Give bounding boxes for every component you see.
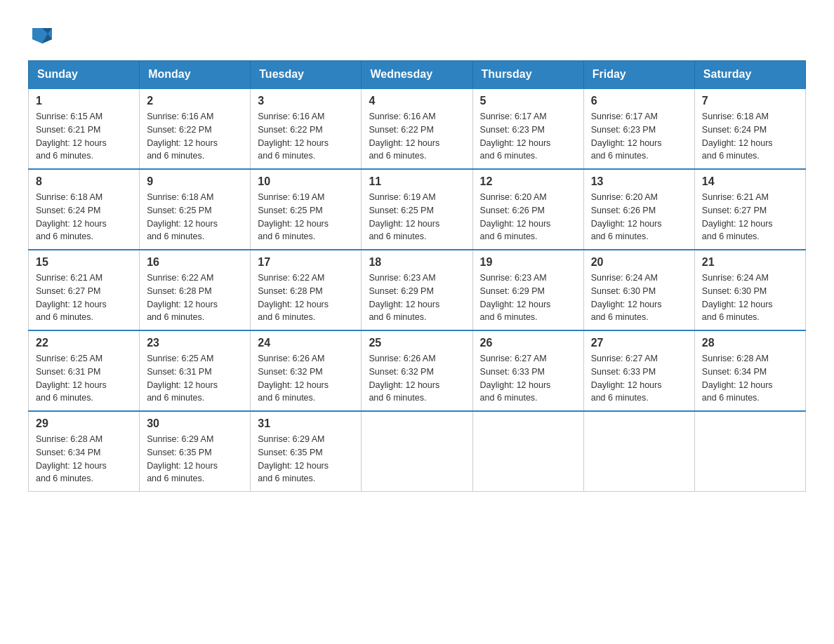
sunset-label: Sunset: 6:22 PM <box>369 125 433 135</box>
daylight-minutes: and 6 minutes. <box>591 393 649 403</box>
daylight-label: Daylight: 12 hours <box>258 380 329 390</box>
day-number: 4 <box>369 95 465 107</box>
daylight-minutes: and 6 minutes. <box>369 312 426 322</box>
day-info: Sunrise: 6:20 AM Sunset: 6:26 PM Dayligh… <box>480 191 576 243</box>
day-info: Sunrise: 6:16 AM Sunset: 6:22 PM Dayligh… <box>258 110 354 163</box>
day-number: 29 <box>36 417 132 430</box>
calendar-cell: 24 Sunrise: 6:26 AM Sunset: 6:32 PM Dayl… <box>251 330 362 411</box>
day-info: Sunrise: 6:23 AM Sunset: 6:29 PM Dayligh… <box>480 271 576 324</box>
sunset-label: Sunset: 6:30 PM <box>702 286 767 296</box>
calendar-cell: 27 Sunrise: 6:27 AM Sunset: 6:33 PM Dayl… <box>583 330 694 411</box>
sunrise-label: Sunrise: 6:20 AM <box>480 192 547 202</box>
calendar-cell: 10 Sunrise: 6:19 AM Sunset: 6:25 PM Dayl… <box>251 169 362 250</box>
sunset-label: Sunset: 6:33 PM <box>591 367 656 377</box>
day-number: 16 <box>147 256 243 269</box>
daylight-minutes: and 6 minutes. <box>480 312 538 322</box>
sunrise-label: Sunrise: 6:20 AM <box>591 192 658 202</box>
daylight-label: Daylight: 12 hours <box>480 138 551 148</box>
sunrise-label: Sunrise: 6:27 AM <box>480 354 547 363</box>
day-number: 25 <box>369 337 465 349</box>
day-number: 10 <box>258 175 354 188</box>
header-day-monday: Monday <box>140 61 251 89</box>
daylight-label: Daylight: 12 hours <box>258 219 329 229</box>
sunrise-label: Sunrise: 6:18 AM <box>36 192 102 202</box>
week-row-1: 1 Sunrise: 6:15 AM Sunset: 6:21 PM Dayli… <box>29 88 806 169</box>
sunrise-label: Sunrise: 6:28 AM <box>36 434 102 444</box>
day-number: 19 <box>480 256 576 269</box>
sunset-label: Sunset: 6:25 PM <box>147 206 211 215</box>
calendar-cell <box>694 411 805 492</box>
calendar-cell <box>362 411 472 492</box>
sunrise-label: Sunrise: 6:16 AM <box>147 112 213 121</box>
day-number: 27 <box>591 337 687 349</box>
daylight-minutes: and 6 minutes. <box>258 393 315 403</box>
day-number: 13 <box>591 175 687 188</box>
day-info: Sunrise: 6:15 AM Sunset: 6:21 PM Dayligh… <box>36 110 132 163</box>
sunrise-label: Sunrise: 6:23 AM <box>480 273 547 283</box>
sunrise-label: Sunrise: 6:28 AM <box>702 354 769 363</box>
daylight-minutes: and 6 minutes. <box>591 151 649 161</box>
calendar-cell: 1 Sunrise: 6:15 AM Sunset: 6:21 PM Dayli… <box>29 88 140 169</box>
sunrise-label: Sunrise: 6:18 AM <box>702 112 769 121</box>
sunrise-label: Sunrise: 6:22 AM <box>258 273 324 283</box>
sunrise-label: Sunrise: 6:21 AM <box>36 273 102 283</box>
sunrise-label: Sunrise: 6:16 AM <box>369 112 435 121</box>
day-number: 15 <box>36 256 132 269</box>
sunrise-label: Sunrise: 6:18 AM <box>147 192 213 202</box>
sunrise-label: Sunrise: 6:24 AM <box>591 273 658 283</box>
calendar-cell: 26 Sunrise: 6:27 AM Sunset: 6:33 PM Dayl… <box>472 330 583 411</box>
day-number: 14 <box>702 175 798 188</box>
day-info: Sunrise: 6:25 AM Sunset: 6:31 PM Dayligh… <box>147 352 243 405</box>
day-number: 9 <box>147 175 243 188</box>
daylight-label: Daylight: 12 hours <box>591 300 662 309</box>
daylight-minutes: and 6 minutes. <box>36 393 93 403</box>
daylight-label: Daylight: 12 hours <box>36 461 107 471</box>
header-day-tuesday: Tuesday <box>251 61 362 89</box>
day-info: Sunrise: 6:26 AM Sunset: 6:32 PM Dayligh… <box>369 352 465 405</box>
calendar-cell: 3 Sunrise: 6:16 AM Sunset: 6:22 PM Dayli… <box>251 88 362 169</box>
day-number: 28 <box>702 337 798 349</box>
day-number: 3 <box>258 95 354 107</box>
day-info: Sunrise: 6:24 AM Sunset: 6:30 PM Dayligh… <box>702 271 798 324</box>
calendar-cell: 29 Sunrise: 6:28 AM Sunset: 6:34 PM Dayl… <box>29 411 140 492</box>
daylight-minutes: and 6 minutes. <box>258 474 315 483</box>
calendar-cell: 22 Sunrise: 6:25 AM Sunset: 6:31 PM Dayl… <box>29 330 140 411</box>
week-row-3: 15 Sunrise: 6:21 AM Sunset: 6:27 PM Dayl… <box>29 250 806 330</box>
day-info: Sunrise: 6:19 AM Sunset: 6:25 PM Dayligh… <box>369 191 465 243</box>
daylight-minutes: and 6 minutes. <box>147 312 204 322</box>
sunset-label: Sunset: 6:22 PM <box>147 125 211 135</box>
day-number: 24 <box>258 337 354 349</box>
day-number: 12 <box>480 175 576 188</box>
calendar-cell: 15 Sunrise: 6:21 AM Sunset: 6:27 PM Dayl… <box>29 250 140 330</box>
day-info: Sunrise: 6:27 AM Sunset: 6:33 PM Dayligh… <box>591 352 687 405</box>
sunset-label: Sunset: 6:26 PM <box>591 206 656 215</box>
sunrise-label: Sunrise: 6:26 AM <box>258 354 324 363</box>
sunset-label: Sunset: 6:24 PM <box>702 125 767 135</box>
calendar-cell: 18 Sunrise: 6:23 AM Sunset: 6:29 PM Dayl… <box>362 250 472 330</box>
sunset-label: Sunset: 6:24 PM <box>36 206 100 215</box>
daylight-minutes: and 6 minutes. <box>258 232 315 241</box>
day-number: 26 <box>480 337 576 349</box>
page-header <box>28 21 806 46</box>
daylight-label: Daylight: 12 hours <box>147 138 218 148</box>
day-number: 8 <box>36 175 132 188</box>
day-number: 20 <box>591 256 687 269</box>
sunrise-label: Sunrise: 6:24 AM <box>702 273 769 283</box>
daylight-label: Daylight: 12 hours <box>147 219 218 229</box>
calendar-cell <box>472 411 583 492</box>
calendar-cell: 17 Sunrise: 6:22 AM Sunset: 6:28 PM Dayl… <box>251 250 362 330</box>
calendar-cell: 8 Sunrise: 6:18 AM Sunset: 6:24 PM Dayli… <box>29 169 140 250</box>
daylight-minutes: and 6 minutes. <box>702 393 760 403</box>
daylight-label: Daylight: 12 hours <box>702 219 773 229</box>
day-info: Sunrise: 6:18 AM Sunset: 6:25 PM Dayligh… <box>147 191 243 243</box>
daylight-minutes: and 6 minutes. <box>480 232 538 241</box>
day-info: Sunrise: 6:23 AM Sunset: 6:29 PM Dayligh… <box>369 271 465 324</box>
daylight-label: Daylight: 12 hours <box>258 461 329 471</box>
sunset-label: Sunset: 6:23 PM <box>480 125 545 135</box>
daylight-minutes: and 6 minutes. <box>702 312 760 322</box>
sunrise-label: Sunrise: 6:19 AM <box>258 192 324 202</box>
sunset-label: Sunset: 6:21 PM <box>36 125 100 135</box>
sunrise-label: Sunrise: 6:23 AM <box>369 273 435 283</box>
daylight-label: Daylight: 12 hours <box>702 138 773 148</box>
daylight-minutes: and 6 minutes. <box>147 474 204 483</box>
